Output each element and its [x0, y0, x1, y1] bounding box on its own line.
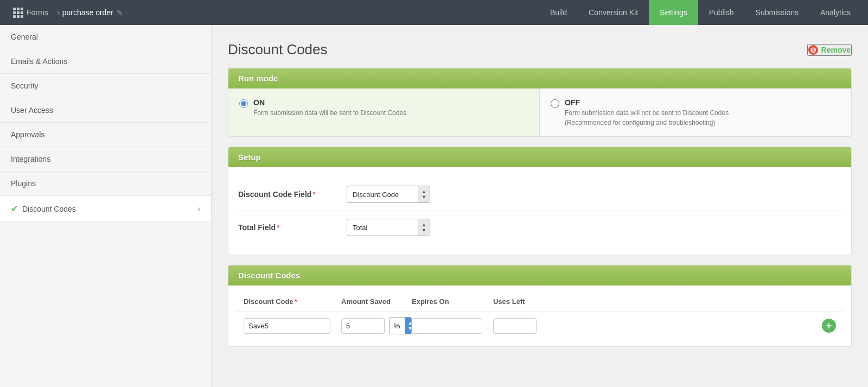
sidebar-item-user-access[interactable]: User Access	[0, 98, 211, 123]
tab-publish[interactable]: Publish	[698, 0, 745, 25]
forms-button[interactable]: Forms	[7, 4, 55, 21]
uses-cell	[493, 318, 558, 334]
sidebar-item-plugins[interactable]: Plugins	[0, 172, 211, 196]
nav-left: Forms › purchase order ✎	[7, 4, 539, 21]
setup-header: Setup	[228, 147, 851, 167]
forms-label: Forms	[27, 8, 48, 17]
discount-code-field-row: Discount Code Field* Discount Code ▲▼	[238, 178, 841, 211]
tab-analytics[interactable]: Analytics	[809, 0, 861, 25]
code-cell	[244, 318, 341, 334]
expires-input[interactable]	[412, 318, 482, 334]
sidebar: General Emails & Actions Security User A…	[0, 25, 212, 387]
add-icon: +	[822, 319, 836, 333]
main-layout: General Emails & Actions Security User A…	[0, 25, 868, 387]
run-mode-on-radio[interactable]	[239, 99, 248, 108]
amount-input[interactable]	[341, 318, 385, 334]
run-mode-grid: ON Form submission data will be sent to …	[228, 88, 851, 136]
discount-code-required-star: *	[312, 190, 315, 199]
sidebar-item-integrations[interactable]: Integrations	[0, 147, 211, 172]
tab-conversion-kit[interactable]: Conversion Kit	[578, 0, 649, 25]
total-field-label: Total Field*	[238, 223, 347, 232]
select-arrows-total: ▲▼	[418, 219, 430, 236]
run-mode-header: Run mode	[228, 68, 851, 88]
remove-icon: ⊖	[808, 45, 818, 55]
run-mode-section: Run mode ON Form submission data will be…	[228, 68, 852, 137]
sidebar-item-emails-actions[interactable]: Emails & Actions	[0, 49, 211, 74]
discount-code-field-select[interactable]: Discount Code ▲▼	[347, 186, 430, 203]
discount-codes-body: Discount Code* Amount Saved Expires On U…	[228, 286, 851, 346]
run-mode-off-label: OFF	[565, 98, 729, 107]
total-required-star: *	[277, 223, 279, 232]
percent-select[interactable]: % ▲▼	[389, 317, 412, 334]
remove-button[interactable]: ⊖ Remove	[807, 44, 852, 56]
run-mode-off-subdesc: (Recommended for configuring and trouble…	[565, 119, 729, 126]
remove-label: Remove	[821, 46, 851, 54]
tab-settings[interactable]: Settings	[649, 0, 698, 25]
breadcrumb-arrow: ›	[57, 7, 60, 18]
amount-cell: % ▲▼	[341, 317, 412, 334]
run-mode-off-desc: Form submission data will not be sent to…	[565, 109, 729, 117]
uses-input[interactable]	[493, 318, 537, 334]
col-header-uses: Uses Left	[493, 297, 558, 306]
form-name: purchase order ✎	[62, 8, 123, 17]
table-row: % ▲▼ +	[236, 312, 844, 340]
code-input[interactable]	[244, 318, 330, 334]
page-header: Discount Codes ⊖ Remove	[228, 41, 852, 58]
discount-codes-section: Discount Codes Discount Code* Amount Sav…	[228, 265, 852, 347]
expires-cell	[412, 318, 493, 334]
col-header-amount: Amount Saved	[341, 297, 412, 306]
tab-submissions[interactable]: Submissions	[745, 0, 809, 25]
sidebar-discount-codes-label: Discount Codes	[22, 205, 76, 213]
run-mode-off-option[interactable]: OFF Form submission data will not be sen…	[540, 88, 851, 136]
sidebar-active-left: ✔ Discount Codes	[11, 204, 76, 214]
edit-icon[interactable]: ✎	[117, 9, 123, 17]
run-mode-on-content: ON Form submission data will be sent to …	[253, 98, 406, 117]
discount-codes-section-header: Discount Codes	[228, 265, 851, 286]
chevron-right-icon: ›	[197, 204, 200, 214]
grid-icon	[13, 8, 23, 18]
top-navigation: Forms › purchase order ✎ Build Conversio…	[0, 0, 868, 25]
percent-arrows[interactable]: ▲▼	[405, 318, 412, 334]
total-field-select[interactable]: Total ▲▼	[347, 219, 430, 236]
discount-codes-table-header: Discount Code* Amount Saved Expires On U…	[236, 292, 844, 312]
green-check-icon: ✔	[11, 204, 18, 214]
sidebar-item-approvals[interactable]: Approvals	[0, 123, 211, 147]
page-title: Discount Codes	[228, 41, 328, 58]
nav-tabs: Build Conversion Kit Settings Publish Su…	[539, 0, 861, 25]
discount-code-select[interactable]: Discount Code	[347, 187, 418, 202]
col-header-code: Discount Code*	[244, 297, 341, 306]
run-mode-on-option[interactable]: ON Form submission data will be sent to …	[228, 88, 540, 136]
tab-build[interactable]: Build	[539, 0, 578, 25]
col-header-expires: Expires On	[412, 297, 493, 306]
sidebar-item-general[interactable]: General	[0, 25, 211, 49]
sidebar-item-security[interactable]: Security	[0, 74, 211, 98]
setup-section: Setup Discount Code Field* Discount Code…	[228, 147, 852, 255]
discount-code-field-label: Discount Code Field*	[238, 190, 347, 199]
run-mode-off-radio[interactable]	[551, 99, 559, 108]
run-mode-off-content: OFF Form submission data will not be sen…	[565, 98, 729, 126]
total-field-row: Total Field* Total ▲▼	[238, 211, 841, 244]
select-arrows-discount: ▲▼	[418, 186, 430, 202]
col-code-star: *	[295, 297, 297, 306]
run-mode-on-desc: Form submission data will be sent to Dis…	[253, 109, 406, 117]
add-row-button[interactable]: +	[822, 319, 836, 333]
percent-symbol: %	[390, 319, 405, 333]
setup-body: Discount Code Field* Discount Code ▲▼ To…	[228, 167, 851, 255]
run-mode-on-label: ON	[253, 98, 406, 107]
main-content: Discount Codes ⊖ Remove Run mode ON Form…	[212, 25, 868, 387]
total-select[interactable]: Total	[347, 220, 418, 235]
sidebar-item-discount-codes[interactable]: ✔ Discount Codes ›	[0, 196, 211, 222]
